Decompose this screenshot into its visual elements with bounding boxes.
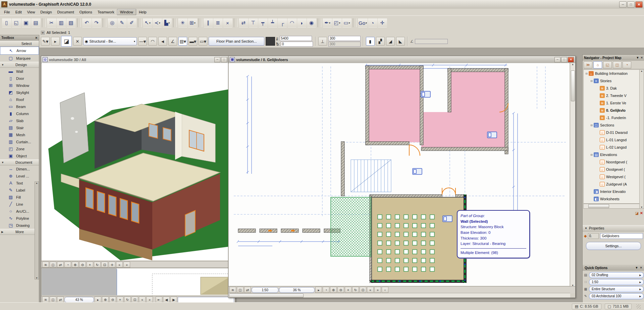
- layouts-dropdown[interactable]: ◰▾: [332, 18, 342, 28]
- inject-parameters-icon[interactable]: ✎: [117, 18, 127, 28]
- pan-mode-icon[interactable]: ⇄: [57, 262, 64, 268]
- zoom-percent-dropdown[interactable]: 36 %: [279, 287, 315, 293]
- tree-item-worksheets[interactable]: ◧ Worksheets: [584, 195, 639, 203]
- tree-item-elevation-zuidgevel[interactable]: ⌂ Zuidgevel (A: [584, 180, 639, 188]
- zone-tool[interactable]: ◰ Zone: [0, 145, 39, 152]
- fill-tool[interactable]: ▨ Fill: [0, 194, 39, 201]
- top-link-icon[interactable]: ┯: [258, 18, 268, 28]
- tree-item-story-3-dak[interactable]: ≋ 3. Dak: [584, 85, 639, 92]
- zoom-out-icon[interactable]: ⊖: [79, 262, 86, 268]
- 3d-window-title-bar[interactable]: ◇ volumestudie 3D / All ─ □ ✕: [41, 56, 235, 63]
- go-dropdown[interactable]: Go▾: [358, 18, 368, 28]
- copy-icon[interactable]: ▥: [57, 18, 66, 28]
- zoom-out-icon[interactable]: ⊖: [337, 287, 344, 293]
- rotate-icon[interactable]: ↻: [124, 297, 131, 303]
- zoom-in-icon[interactable]: ⊕: [72, 262, 78, 268]
- tree-item-story-1-eerste[interactable]: ≋ 1. Eerste Ve: [584, 99, 639, 107]
- 3d-maximize-icon[interactable]: □: [221, 57, 227, 62]
- new-icon[interactable]: ▯: [2, 18, 11, 28]
- arc-geometry-icon[interactable]: ◠: [148, 37, 157, 46]
- floor-plan-and-section-button[interactable]: Floor Plan and Section...: [209, 37, 264, 46]
- zoom-to-page-icon[interactable]: ◫: [237, 287, 244, 293]
- tree-toggle-icon[interactable]: ⊟: [590, 153, 593, 156]
- tree-vertical-scrollbar[interactable]: ▲▼: [639, 69, 644, 209]
- menu-item[interactable]: File: [1, 9, 13, 15]
- menu-item[interactable]: Window: [117, 9, 136, 15]
- pump-parameters-icon[interactable]: ⊤: [249, 18, 258, 28]
- toolbox-group-design[interactable]: ▼ Design: [0, 62, 39, 68]
- text-tool[interactable]: A Text: [0, 179, 39, 187]
- favorites-dropdown[interactable]: ▙▾: [162, 18, 172, 28]
- floorplan-maximize-icon[interactable]: □: [561, 57, 567, 62]
- story-name-field[interactable]: [178, 297, 234, 303]
- section-zoom-dropdown[interactable]: 43 %: [64, 297, 94, 303]
- wall-thickness-field[interactable]: 300: [328, 36, 361, 41]
- arc-circle-tool[interactable]: ○ Arc/Ci...: [0, 208, 39, 215]
- next-zoom-icon[interactable]: »: [374, 287, 381, 293]
- tree-item-story-0-gelijkvloers[interactable]: ≋ 0. Gelijkvlo: [584, 107, 639, 114]
- cut-icon[interactable]: ✂: [47, 18, 56, 28]
- next-zoom-icon[interactable]: »: [146, 297, 153, 303]
- rotate-icon[interactable]: ↻: [352, 287, 359, 293]
- mesh-tool[interactable]: ▦ Mesh: [0, 131, 39, 138]
- arc-segment-icon[interactable]: ◠: [287, 18, 297, 28]
- tree-item-interior-elevations[interactable]: ◨ Interior Elevatio: [584, 188, 639, 195]
- tree-toggle-icon[interactable]: ⊟: [585, 72, 588, 75]
- infobox-expander-icon[interactable]: ⊞: [41, 31, 45, 35]
- toolbox-close-icon[interactable]: ✕: [35, 36, 38, 40]
- wall-settings-dialog-button[interactable]: ◪: [61, 36, 72, 47]
- scale-dropdown[interactable]: 1:50▸: [589, 279, 644, 285]
- paste-icon[interactable]: ▧: [66, 18, 76, 28]
- next-story-icon[interactable]: ▶: [170, 297, 177, 303]
- refresh-icon[interactable]: ◔: [368, 18, 377, 28]
- toolbox-group-more[interactable]: ▶ More: [0, 229, 39, 235]
- project-map-icon[interactable]: ⌂: [593, 61, 602, 68]
- quick-options-icon[interactable]: ≋: [229, 287, 236, 293]
- virtual-trace-icon[interactable]: ≣: [213, 18, 223, 28]
- zoom-menu-icon[interactable]: ▸: [315, 287, 322, 293]
- floorplan-minimize-icon[interactable]: ─: [554, 57, 560, 62]
- layer-dropdown[interactable]: ◉ Structural - Be... ▾: [83, 37, 137, 45]
- label-tool[interactable]: ✎ Label: [0, 187, 39, 194]
- grid-snap-dropdown[interactable]: ⊞▾: [188, 18, 197, 28]
- zoom-to-page-icon[interactable]: ◫: [50, 297, 56, 303]
- arrow-tool-dropdown[interactable]: ↖▾: [143, 18, 152, 28]
- zoom-out-icon[interactable]: ⊖: [109, 297, 116, 303]
- window-tool[interactable]: ⊞ Window: [0, 82, 39, 89]
- tree-item-section-l01[interactable]: ⌂ L-01 Langsd: [584, 136, 639, 144]
- wall-trapezoid-button[interactable]: ◣: [396, 37, 405, 46]
- camera-icon[interactable]: ◉: [307, 18, 316, 28]
- wall-slanted-button[interactable]: ▞: [376, 37, 385, 46]
- wall-complexity-dropdown[interactable]: ▬▾: [189, 37, 197, 46]
- resize-grip[interactable]: [636, 304, 641, 309]
- wall-tool[interactable]: ▬ Wall: [0, 68, 39, 75]
- tree-horizontal-scrollbar[interactable]: [583, 204, 640, 209]
- back-icon[interactable]: ‹: [382, 287, 388, 293]
- pick-up-parameters-icon[interactable]: ◎: [108, 18, 117, 28]
- pen-color-icon[interactable]: ◄: [158, 37, 167, 46]
- display-options-dropdown[interactable]: ▭▾: [342, 18, 352, 28]
- menu-item[interactable]: Options: [77, 9, 95, 15]
- tree-item-story-2-tweede[interactable]: ≋ 2. Tweede V: [584, 92, 639, 99]
- minimize-button[interactable]: ─: [619, 1, 627, 8]
- orbit-icon[interactable]: ◔: [64, 262, 71, 268]
- gravity-icon[interactable]: ∥: [204, 18, 213, 28]
- open-icon[interactable]: ◱: [12, 18, 21, 28]
- tree-item-sections[interactable]: ⊟ ◫ Sections: [584, 121, 639, 129]
- navigator-close-icon[interactable]: ✕: [640, 56, 643, 59]
- walk-icon[interactable]: ✛: [109, 262, 115, 268]
- zoom-to-page-icon[interactable]: ◫: [50, 262, 56, 268]
- 3d-minimize-icon[interactable]: ─: [214, 57, 220, 62]
- previous-story-icon[interactable]: ◀: [163, 297, 170, 303]
- new-viewpoint-button[interactable]: ◪: [635, 211, 638, 215]
- layout-book-icon[interactable]: ◫: [613, 61, 622, 68]
- toolbox-group-document[interactable]: ▼ Document: [0, 159, 39, 165]
- beam-tool[interactable]: ▭ Beam: [0, 103, 39, 110]
- fit-in-window-icon[interactable]: ⊡: [131, 297, 138, 303]
- quick-options-dropdown-icon[interactable]: ▼: [635, 266, 638, 269]
- favorites-icon[interactable]: ▸: [51, 37, 60, 46]
- project-chooser-icon[interactable]: ≫: [584, 61, 592, 68]
- pan-mode-icon[interactable]: ⇄: [244, 287, 251, 293]
- tree-item-section-l02[interactable]: ⌂ L-02 Langsd: [584, 144, 639, 151]
- wall-top-anchor-icon[interactable]: ⊥: [318, 37, 327, 46]
